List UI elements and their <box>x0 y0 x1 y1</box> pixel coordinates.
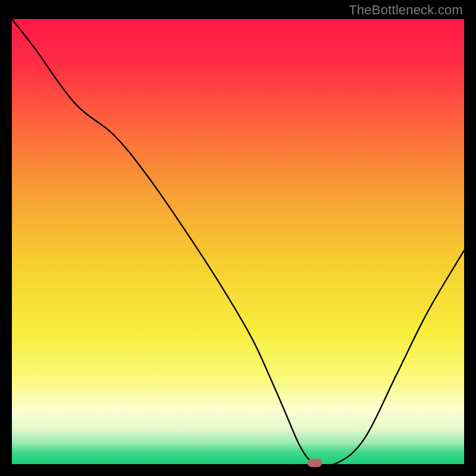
plot-area <box>12 19 464 464</box>
chart-background <box>12 19 464 464</box>
optimal-marker <box>308 459 322 467</box>
chart-frame: TheBottleneck.com <box>0 0 476 476</box>
chart-svg <box>12 19 464 464</box>
watermark-text: TheBottleneck.com <box>349 2 463 18</box>
